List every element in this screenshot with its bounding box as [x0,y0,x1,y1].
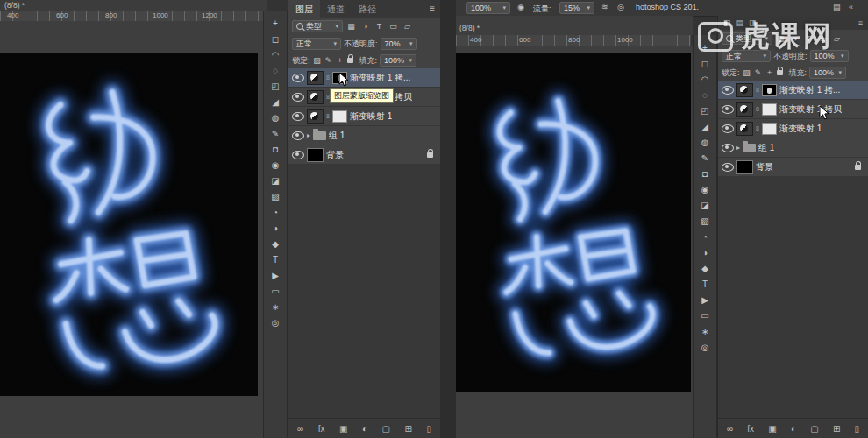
visibility-toggle[interactable] [292,93,304,102]
flow-select[interactable]: 15% ▾ [559,2,594,14]
document-canvas-right[interactable] [456,53,691,392]
layer-thumbnail[interactable] [307,110,324,124]
layer-style-icon[interactable]: fx [747,424,754,434]
history-brush-tool[interactable]: ◉ [697,183,713,196]
healing-brush-tool[interactable]: ◍ [267,111,283,124]
visibility-toggle[interactable] [722,124,734,133]
document-canvas-left[interactable] [0,53,258,396]
healing-brush-tool[interactable]: ◍ [697,136,713,149]
layer-thumbnail[interactable] [307,90,324,104]
tab-paths[interactable]: 路径 [352,0,383,18]
layer-row-gradient-map-copy2[interactable]: 8 渐变映射 1 拷... [288,68,440,88]
collapse-panels-icon[interactable]: « [849,3,853,11]
quick-select-tool[interactable]: ◌ [697,88,713,102]
visibility-toggle[interactable] [722,86,734,95]
crop-tool[interactable]: ◰ [267,80,283,93]
lock-pixels-icon[interactable]: ✎ [324,56,333,65]
brush-tool[interactable]: ✎ [267,127,283,140]
document-tab-right[interactable]: (8/8) * [456,16,693,35]
layer-name[interactable]: 渐变映射 1 [779,123,822,135]
brush-tool[interactable]: ✎ [697,152,713,165]
lock-position-icon[interactable]: + [765,68,774,77]
panel-grid-icon[interactable]: ▤ [833,3,841,11]
layer-mask-thumbnail[interactable] [762,84,777,96]
layer-name[interactable]: 背景 [326,149,344,161]
layer-name[interactable]: 渐变映射 1 拷... [350,72,410,84]
blur-tool[interactable]: ◔ [267,206,283,219]
eraser-tool[interactable]: ◪ [697,199,713,212]
lock-pixels-icon[interactable]: ✎ [754,68,763,77]
layer-mask-thumbnail[interactable] [762,123,777,135]
filter-adjustment-icon[interactable]: ◑ [359,22,371,31]
new-layer-icon[interactable]: ⊞ [405,424,412,434]
lock-all-icon[interactable] [777,70,783,75]
type-tool[interactable]: T [267,253,283,266]
layer-thumbnail[interactable] [736,83,753,97]
document-tab-left[interactable]: (8/8) * [0,0,267,11]
panel-menu-icon[interactable]: ≡ [858,18,863,27]
layer-name[interactable]: 渐变映射 1 拷... [779,84,840,96]
type-tool[interactable]: T [697,278,713,291]
airbrush-icon[interactable]: ≋ [601,3,608,11]
layer-mask-thumbnail[interactable] [762,103,777,116]
blur-tool[interactable]: ◔ [697,230,713,244]
layer-row-gradient-map[interactable]: 8 渐变映射 1 [718,119,868,138]
blend-mode-select[interactable]: 正常 ▾ [292,38,341,50]
clone-stamp-tool[interactable]: ◘ [267,143,283,156]
layer-name[interactable]: 组 1 [329,130,345,142]
layer-thumbnail[interactable] [736,122,753,136]
add-mask-icon[interactable]: ▣ [339,424,347,434]
hand-tool[interactable]: ∗ [267,300,283,314]
gradient-tool[interactable]: ▧ [267,190,283,203]
pen-tool[interactable]: ◆ [267,237,283,251]
layer-row-group[interactable]: ▸ 组 1 [718,138,868,158]
lock-transparency-icon[interactable]: ▨ [743,68,751,77]
link-layers-icon[interactable]: ∞ [727,424,733,434]
clone-stamp-tool[interactable]: ◘ [697,167,713,180]
quick-select-tool[interactable]: ◌ [267,64,283,77]
filter-kind-select[interactable]: 类型 ▾ [292,20,343,32]
lasso-tool[interactable]: ◠ [697,73,713,86]
marquee-tool[interactable]: ◻ [267,32,283,46]
layer-name[interactable]: 组 1 [758,142,774,154]
layer-row-background[interactable]: 背景 [288,145,440,165]
smoothing-icon[interactable]: ◎ [617,3,624,11]
fill-select[interactable]: 100% ▾ [809,67,846,79]
link-layers-icon[interactable]: ∞ [297,424,303,434]
zoom-tool[interactable]: ◎ [267,316,283,329]
visibility-toggle[interactable] [722,144,734,152]
layer-row-gradient-map[interactable]: 8 渐变映射 1 [288,107,440,126]
lock-position-icon[interactable]: + [336,56,345,65]
pen-tool[interactable]: ◆ [697,262,713,275]
layer-mask-thumbnail[interactable] [332,110,347,123]
panel-menu-icon[interactable]: ≡ [424,0,440,18]
gradient-tool[interactable]: ▧ [697,215,713,228]
delete-layer-icon[interactable]: ▯ [426,424,431,434]
lasso-tool[interactable]: ◠ [267,48,283,61]
hand-tool[interactable]: ∗ [697,325,713,338]
group-expand-icon[interactable]: ▸ [736,144,740,152]
brush-opacity-select[interactable]: 100% ▾ [466,2,510,14]
new-layer-icon[interactable]: ⊞ [833,424,840,434]
opacity-select[interactable]: 70% ▾ [381,38,417,50]
visibility-toggle[interactable] [722,163,734,172]
layer-row-gradient-map-copy2[interactable]: 8 渐变映射 1 拷... [718,81,868,100]
layer-style-icon[interactable]: fx [318,424,325,434]
pressure-opacity-icon[interactable]: ◉ [517,3,524,11]
zoom-tool[interactable]: ◎ [697,341,713,354]
new-group-icon[interactable]: ▢ [810,424,818,434]
shape-tool[interactable]: ▭ [267,285,283,298]
filter-pixel-icon[interactable]: ▦ [345,22,357,31]
layer-thumbnail[interactable] [736,160,753,174]
adjustment-icon[interactable]: ◐ [362,424,367,434]
visibility-toggle[interactable] [292,131,304,140]
fill-select[interactable]: 100% ▾ [380,54,416,67]
delete-layer-icon[interactable]: ▯ [854,424,859,434]
adjustment-icon[interactable]: ◐ [791,424,796,434]
lock-transparency-icon[interactable]: ▨ [313,56,322,65]
eyedropper-tool[interactable]: ◢ [267,95,283,109]
layer-thumbnail[interactable] [736,102,753,117]
visibility-toggle[interactable] [292,112,304,121]
layer-row-gradient-map-copy[interactable]: 8 渐变映射 1 拷贝 [718,100,868,119]
path-select-tool[interactable]: ▶ [267,269,283,282]
